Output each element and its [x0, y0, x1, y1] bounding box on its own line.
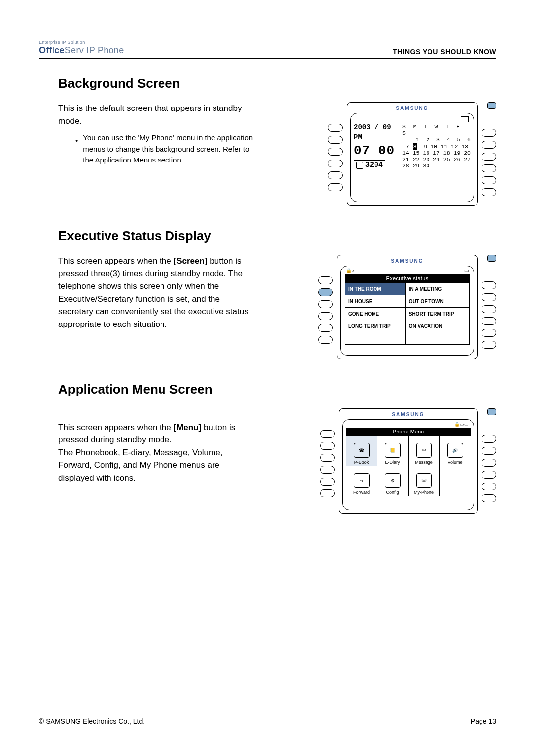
hardkey: [482, 305, 496, 313]
status-cell: ON VACATION: [405, 320, 469, 332]
section-title: Executive Status Display: [58, 228, 496, 244]
menu-item-selected: ☎ P-Book: [346, 435, 377, 466]
paragraph-bold: [Screen]: [173, 256, 207, 266]
calendar-header: S M T W T F S: [402, 123, 471, 136]
hardkey-selected: [318, 288, 333, 296]
table-row: IN HOUSEOUT OF TOWN: [345, 295, 470, 308]
section-application-menu: Application Menu Screen This screen appe…: [39, 382, 496, 514]
hardkey: [320, 489, 335, 497]
menu-label: Volume: [447, 460, 462, 465]
menu-label: Forward: [353, 490, 370, 495]
lcd: SAMSUNG 🔒▭▭ Phone Menu ☎ P-Book: [339, 408, 478, 514]
lcd-wrap: SAMSUNG 2003 / 09 PM 07 00: [347, 102, 478, 206]
status-row: 🔒♪ ▭: [345, 268, 470, 274]
hardkey: [482, 129, 496, 137]
hardkey: [482, 188, 496, 196]
hardkey: [328, 136, 343, 144]
menu-item: ☏ My-Phone: [408, 466, 440, 496]
my-phone-icon: ☏: [416, 473, 432, 488]
bullet-text: You can use the 'My Phone' menu in the a…: [83, 132, 257, 166]
hardkey: [482, 447, 496, 455]
lcd-brand: SAMSUNG: [340, 258, 474, 264]
status-cell: OUT OF TOWN: [405, 295, 469, 308]
brand-bold: Office: [39, 45, 65, 55]
hardkey: [328, 124, 343, 132]
status-table: IN THE ROOMIN A MEETING IN HOUSEOUT OF T…: [345, 282, 470, 345]
lcd: SAMSUNG 2003 / 09 PM 07 00: [347, 102, 478, 206]
calendar-row: 7 8 9 10 11 12 13: [402, 143, 471, 150]
bullet-dot-icon: •: [75, 135, 78, 166]
hardkey: [318, 336, 333, 344]
hardkey: [318, 300, 333, 308]
calendar: S M T W T F S 1 2 3 4 5 6 7 8 9 10 11 12…: [402, 123, 471, 170]
hardkey: [482, 281, 496, 289]
hardkey: [482, 483, 496, 490]
table-row: LONG TERM TRIPON VACATION: [345, 320, 470, 332]
lock-icon: 🔒♪: [346, 268, 354, 273]
paragraph: This is the default screen that appears …: [58, 102, 257, 127]
text-column: This is the default screen that appears …: [58, 102, 257, 166]
brand-thin: Serv IP Phone: [65, 45, 124, 55]
menu-item: ✉ Message: [408, 435, 440, 466]
status-cell: LONG TERM TRIP: [345, 320, 406, 332]
section-title: Application Menu Screen: [58, 382, 496, 397]
hardkey: [482, 329, 496, 337]
hardkey: [318, 324, 333, 332]
section-executive-status: Executive Status Display This screen app…: [39, 228, 496, 359]
year: 2003 / 09: [354, 123, 398, 131]
lcd-brand: SAMSUNG: [342, 412, 474, 417]
forward-icon: ↪: [354, 473, 370, 488]
table-row: [345, 332, 470, 345]
figure-column: SAMSUNG 2003 / 09 PM 07 00: [266, 102, 496, 206]
screen: 2003 / 09 PM 07 00 3204: [350, 113, 474, 202]
screen-title: Phone Menu: [346, 428, 471, 435]
left-hardkeys: [320, 408, 335, 514]
screen: 🔒♪ ▭ Executive status IN THE ROOMIN A ME…: [340, 266, 474, 356]
message-icon: ✉: [416, 443, 432, 458]
calendar-row: 28 29 30: [402, 162, 471, 169]
table-row: GONE HOMESHORT TERM TRIP: [345, 308, 470, 320]
lcd-brand: SAMSUNG: [350, 106, 474, 111]
screen: 🔒▭▭ Phone Menu ☎ P-Book 📒 E-: [342, 419, 474, 510]
hardkey: [320, 442, 335, 450]
status-cell: IN HOUSE: [345, 295, 406, 308]
screen-title: Executive status: [345, 274, 470, 282]
clock-block: 2003 / 09 PM 07 00 3204: [354, 123, 398, 170]
hardkey: [320, 466, 335, 474]
hardkey: [482, 141, 496, 149]
status-cell: [345, 332, 406, 345]
phone-figure-1: SAMSUNG 2003 / 09 PM 07 00: [328, 102, 496, 206]
menu-item: ↪ Forward: [346, 466, 377, 496]
extension-number: 3204: [365, 161, 383, 169]
status-row: [354, 116, 471, 123]
menu-label: P-Book: [354, 460, 369, 465]
menu-item: ⚙ Config: [377, 466, 409, 496]
hardkey: [482, 153, 496, 161]
paragraph-part: button is pressed three(3) times during …: [58, 256, 249, 329]
hardkey: [482, 164, 496, 172]
lcd-wrap: SAMSUNG 🔒♪ ▭ Executive status IN THE ROO…: [337, 255, 478, 359]
section-title: Background Screen: [58, 76, 496, 91]
hardkey: [318, 312, 333, 320]
figure-column: SAMSUNG 🔒▭▭ Phone Menu ☎ P-Book: [266, 408, 496, 514]
paragraph-part: This screen appears when the: [58, 423, 173, 432]
time: 07 00: [354, 143, 398, 158]
menu-grid: ☎ P-Book 📒 E-Diary ✉ Me: [346, 435, 471, 496]
hardkey: [482, 176, 496, 184]
left-hardkeys: [328, 102, 343, 206]
calendar-row: 1 2 3 4 5 6: [402, 136, 471, 143]
bullet-list: • You can use the 'My Phone' menu in the…: [58, 132, 257, 166]
extension: 3204: [354, 160, 385, 170]
menu-label: My-Phone: [414, 490, 434, 495]
volume-icon: 🔊: [447, 443, 463, 458]
menu-item-empty: [439, 466, 471, 496]
menu-label: Message: [415, 460, 433, 465]
page-footer: © SAMSUNG Electronics Co., Ltd. Page 13: [39, 717, 496, 725]
section-background-screen: Background Screen This is the default sc…: [39, 76, 496, 206]
left-hardkeys: [318, 255, 333, 359]
status-cell: GONE HOME: [345, 308, 406, 320]
section-row: This is the default screen that appears …: [58, 102, 496, 206]
header-section-name: THINGS YOU SHOULD KNOW: [393, 48, 496, 55]
led-icon: [487, 408, 496, 415]
hardkey: [328, 171, 343, 179]
